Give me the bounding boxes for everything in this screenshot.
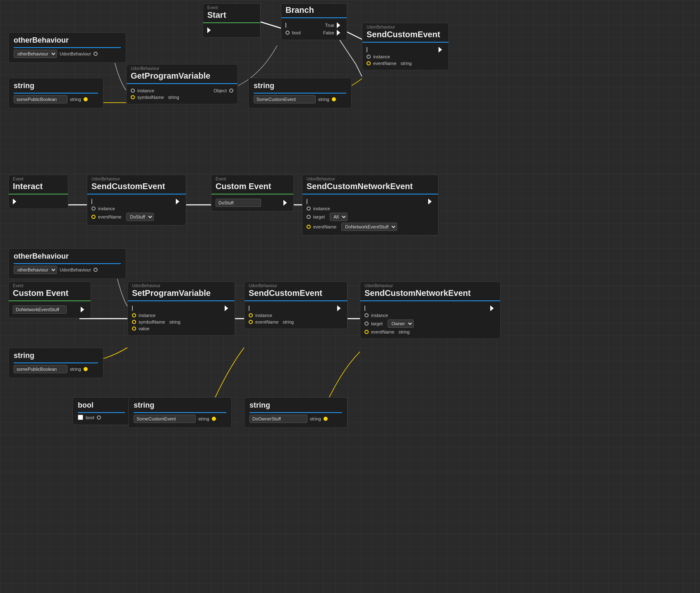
event-start-body <box>203 23 260 37</box>
spv-exec-row <box>132 305 230 311</box>
branch-true-label: True <box>325 23 334 28</box>
string-bottom-line <box>14 363 98 363</box>
scne-bottom-string-label: string <box>398 329 410 334</box>
event-custom-middle-input[interactable] <box>216 199 261 207</box>
scne-middle-header: UdonBehaviour SendCustomNetworkEvent <box>302 175 438 194</box>
scne-middle-target-port <box>307 215 311 219</box>
event-start-exec-row <box>207 27 256 33</box>
spv-body: instance symbolName string value <box>128 301 235 335</box>
bool-bottom-line <box>78 412 125 413</box>
send-custom-event-top-type: UdonBehaviour <box>367 25 444 29</box>
event-custom-bottom-title: Custom Event <box>13 288 86 298</box>
string-sce-bottom-input[interactable] <box>134 415 196 423</box>
gpv-object-port <box>229 89 233 93</box>
scne-bottom-eventname-label: eventName <box>371 329 394 334</box>
sce-interact-eventname-label: eventName <box>98 214 121 219</box>
sce-bottom-title: SendCustomEvent <box>249 288 343 298</box>
send-custom-event-top-header: UdonBehaviour SendCustomEvent <box>362 23 448 42</box>
event-interact-type: Event <box>13 177 64 181</box>
string-bottom-port <box>84 367 88 371</box>
event-custom-bottom-input[interactable] <box>13 305 67 314</box>
scne-bottom-target-dropdown[interactable]: Owner <box>388 319 414 328</box>
scne-bottom-target-label: target <box>371 321 383 326</box>
string-dos-type-label: string <box>310 416 321 421</box>
scne-middle-instance-row: instance <box>307 206 434 211</box>
string-doownerstuff-node: string string <box>244 397 348 428</box>
string-sce-bottom-title: string <box>134 401 226 410</box>
gpv-symbolname-label: symbolName <box>137 95 164 100</box>
string-dos-port <box>324 417 328 421</box>
sce-top-exec-row <box>367 47 444 53</box>
branch-false-row: bool False <box>285 30 343 36</box>
gpv-type: UdonBehaviour <box>131 66 233 71</box>
sce-bottom-exec-row <box>249 305 343 311</box>
set-program-variable-node: UdonBehaviour SetProgramVariable instanc… <box>127 281 235 336</box>
sce-top-instance-port <box>367 55 371 59</box>
send-custom-event-bottom-node: UdonBehaviour SendCustomEvent instance e… <box>244 281 348 329</box>
other-behaviour-mid-dropdown[interactable]: otherBehaviour <box>14 266 57 274</box>
spv-header: UdonBehaviour SetProgramVariable <box>128 282 235 300</box>
other-behaviour-mid-line <box>14 263 121 264</box>
branch-bool-label: bool <box>292 30 301 35</box>
string-bottom-type-label: string <box>70 367 81 372</box>
sce-top-instance-row: instance <box>367 54 444 59</box>
sce-interact-instance-row: instance <box>91 206 182 211</box>
string-sce-top-port <box>332 97 336 101</box>
spv-instance-row: instance <box>132 313 230 318</box>
bool-bottom-node: bool bool <box>72 397 130 425</box>
branch-bool-port <box>285 31 290 35</box>
scne-middle-exec-in <box>307 199 312 204</box>
spv-type: UdonBehaviour <box>132 283 230 288</box>
branch-header: Branch <box>281 4 347 17</box>
gpv-object-label: Object <box>213 88 227 93</box>
scne-middle-eventname-row: eventName DoNetworkEventStuff <box>307 223 434 231</box>
scne-bottom-exec-out <box>490 305 496 311</box>
sce-interact-eventname-dropdown[interactable]: DoStuff <box>126 213 154 221</box>
sce-bottom-string-label: string <box>283 319 294 324</box>
string-dos-var-row: string <box>249 415 342 423</box>
event-custom-bottom-type: Event <box>13 283 86 288</box>
scne-middle-target-label: target <box>313 214 325 219</box>
sce-bottom-exec-out <box>337 305 343 311</box>
string-dos-line <box>249 412 342 413</box>
sce-bottom-body: instance eventName string <box>245 301 347 329</box>
spv-instance-port <box>132 313 136 317</box>
string-bottom-input[interactable] <box>14 365 67 373</box>
sce-bottom-eventname-label: eventName <box>255 319 278 324</box>
sce-bottom-instance-label: instance <box>255 313 272 318</box>
other-behaviour-top-port <box>93 52 98 56</box>
send-custom-event-top-body: instance eventName string <box>362 43 448 70</box>
event-interact-title: Interact <box>13 182 64 191</box>
sce-interact-eventname-port <box>91 215 96 219</box>
spv-value-label: value <box>139 326 149 331</box>
string-sce-bottom-line <box>134 412 226 413</box>
string-somecustomevent-top-node: string string <box>248 78 352 108</box>
other-behaviour-mid-type-label: UdonBehaviour <box>60 267 91 272</box>
scne-bottom-type: UdonBehaviour <box>364 283 496 288</box>
string-sce-bottom-var-row: string <box>134 415 226 423</box>
other-behaviour-top-type-label: UdonBehaviour <box>60 51 91 56</box>
string-somecustomevent-bottom-node: string string <box>128 397 232 428</box>
branch-body: True bool False <box>281 18 347 40</box>
gpv-symbolname-row: symbolName string <box>131 95 233 100</box>
scne-bottom-target-row: target Owner <box>364 319 496 328</box>
event-custom-bottom-name-row <box>13 305 86 314</box>
bool-bottom-title: bool <box>78 401 125 410</box>
gpv-instance-label: instance <box>137 88 154 93</box>
sce-interact-eventname-row: eventName DoStuff <box>91 213 182 221</box>
scne-middle-target-dropdown[interactable]: All <box>330 213 348 221</box>
string-sce-top-input[interactable] <box>254 95 316 103</box>
bool-bottom-checkbox[interactable] <box>78 415 83 420</box>
string-top-line <box>14 93 98 94</box>
get-program-variable-node: UdonBehaviour GetProgramVariable instanc… <box>126 64 238 104</box>
other-behaviour-top-line <box>14 47 121 48</box>
scne-middle-eventname-dropdown[interactable]: DoNetworkEventStuff <box>341 223 397 231</box>
string-top-input[interactable] <box>14 95 67 103</box>
other-behaviour-top-dropdown[interactable]: otherBehaviour <box>14 50 57 58</box>
scne-middle-type: UdonBehaviour <box>307 177 434 181</box>
string-sce-bottom-port <box>212 417 216 421</box>
event-custom-middle-body <box>211 194 293 211</box>
gpv-string-label: string <box>168 95 179 100</box>
string-dos-input[interactable] <box>249 415 307 423</box>
sce-top-eventname-label: eventName <box>373 61 396 66</box>
